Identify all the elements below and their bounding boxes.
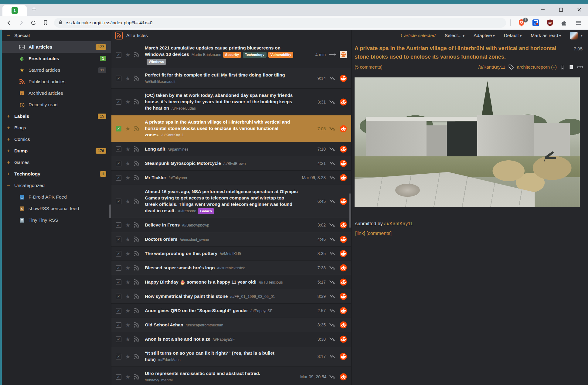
sidebar-category-dump[interactable]: Dump 176 xyxy=(2,145,111,157)
row-star-icon[interactable] xyxy=(124,293,131,300)
row-checkbox[interactable] xyxy=(116,52,121,58)
feed-link[interactable]: architectureporn (+) xyxy=(517,64,557,70)
row-publish-icon[interactable] xyxy=(134,126,139,131)
row-author[interactable]: /u/surenickissick xyxy=(217,266,245,270)
sidebar-category-blogs[interactable]: Blogs xyxy=(2,122,111,134)
row-checkbox[interactable] xyxy=(116,161,121,166)
row-title[interactable]: Ulro represents narcissistic cold and ab… xyxy=(145,371,260,376)
sidebar-section-special[interactable]: Special xyxy=(2,30,111,41)
note-icon[interactable] xyxy=(568,64,574,70)
minimize-button[interactable] xyxy=(539,6,546,13)
row-author[interactable]: /u/KantKay11 xyxy=(161,133,184,137)
article-links[interactable]: [link] [comments] xyxy=(355,231,584,236)
row-publish-icon[interactable] xyxy=(134,52,139,58)
row-publish-icon[interactable] xyxy=(134,322,139,328)
row-star-icon[interactable] xyxy=(124,279,131,286)
article-row[interactable]: March 2021 cumulative updates cause prin… xyxy=(111,41,351,68)
row-checkbox[interactable] xyxy=(116,237,121,242)
article-row[interactable]: Old School 4chan/u/escapefromthechan 3:3… xyxy=(111,318,351,332)
article-row[interactable]: The waterproofing on this pottery/u/Meta… xyxy=(111,247,351,261)
forward-button[interactable] xyxy=(15,17,27,28)
sidebar-item-archived-articles[interactable]: Archived articles xyxy=(2,87,111,99)
article-tag[interactable]: Windows xyxy=(147,59,166,65)
ublock-icon[interactable]: uO xyxy=(546,19,554,27)
row-author[interactable]: /u/TUTelicious xyxy=(259,280,283,284)
expand-icon[interactable] xyxy=(5,159,12,165)
row-star-icon[interactable] xyxy=(124,373,131,380)
row-publish-icon[interactable] xyxy=(134,199,139,204)
url-bar[interactable]: rss.fakecake.org/tt-rss/index.php#f=-4&c… xyxy=(54,18,506,28)
row-publish-icon[interactable] xyxy=(134,222,139,228)
article-tag[interactable]: Security xyxy=(223,52,241,58)
article-row[interactable]: How symmetrical they paint this stone/u/… xyxy=(111,289,351,304)
row-title[interactable]: Blessed super smash bro's logo xyxy=(145,265,215,270)
sidebar-feed-ttrss[interactable]: Tiny Tiny RSS xyxy=(2,214,111,226)
sidebar-category-games[interactable]: Games xyxy=(2,157,111,168)
article-tag[interactable]: Technology xyxy=(243,52,267,58)
row-checkbox[interactable] xyxy=(116,294,121,299)
article-row[interactable]: “It still turns on so you can fix it rig… xyxy=(111,346,351,367)
submitted-user-link[interactable]: /u/KantKay11 xyxy=(384,221,413,226)
row-author[interactable]: /u/Gothlikeanadult xyxy=(145,79,298,85)
expand-icon[interactable] xyxy=(5,113,12,119)
row-checkbox[interactable] xyxy=(116,279,121,285)
row-star-icon[interactable] xyxy=(124,250,131,257)
row-title[interactable]: Anon gives QRD on the “SuperStraight” ge… xyxy=(145,308,248,313)
article-row[interactable]: Steampunk Gyroscopic Motorcycle/u/BlvdBr… xyxy=(111,156,351,171)
link-icon[interactable] xyxy=(577,64,583,70)
row-publish-icon[interactable] xyxy=(134,336,139,342)
bookmark-icon[interactable] xyxy=(39,17,52,28)
row-publish-icon[interactable] xyxy=(134,99,139,105)
article-row[interactable]: Perfect fit for this complex tile cut! M… xyxy=(111,68,351,89)
row-star-icon[interactable] xyxy=(124,125,131,132)
sidebar-category-labels[interactable]: Labels 15 xyxy=(2,111,111,122)
row-title[interactable]: Long adit xyxy=(145,146,165,152)
row-title[interactable]: The waterproofing on this pottery xyxy=(145,251,217,256)
row-author[interactable]: /u/RebelJudas xyxy=(172,106,196,111)
expand-icon[interactable] xyxy=(5,148,12,154)
row-author[interactable]: /u/PapayaSF xyxy=(250,309,272,313)
row-title[interactable]: Anon is not a she and not a ze xyxy=(145,336,210,342)
collapse-icon[interactable] xyxy=(5,182,12,189)
row-author[interactable]: /u/BlvdBrown xyxy=(223,162,246,166)
row-title[interactable]: Happy Birthday 🎂 someone is a happy 11 y… xyxy=(145,279,257,284)
expand-icon[interactable] xyxy=(5,136,12,142)
row-checkbox[interactable] xyxy=(116,374,121,380)
row-author[interactable]: Martin Brinkmann xyxy=(192,53,221,57)
row-author[interactable]: /u/EdanMaus xyxy=(158,358,181,362)
expand-icon[interactable] xyxy=(5,171,12,177)
article-row[interactable]: Ulro represents narcissistic cold and ab… xyxy=(111,367,351,385)
article-row[interactable]: (OC) taken by me at work today, abandone… xyxy=(111,89,351,115)
row-star-icon[interactable] xyxy=(124,146,131,153)
article-author-link[interactable]: /u/KantKay11 xyxy=(478,64,505,70)
row-star-icon[interactable] xyxy=(124,307,131,314)
row-title[interactable]: Believe in Frens xyxy=(145,222,180,227)
browser-tab[interactable]: 1 xyxy=(2,5,27,16)
row-author[interactable]: /u/MetalKid9 xyxy=(220,252,241,256)
row-publish-icon[interactable] xyxy=(134,146,139,152)
row-publish-icon[interactable] xyxy=(134,279,139,285)
article-row[interactable]: Long adit/u/panmines 7:10 xyxy=(111,142,351,156)
sidebar-category-comics[interactable]: Comics xyxy=(2,134,111,145)
row-publish-icon[interactable] xyxy=(134,265,139,271)
sidebar-item-all-articles[interactable]: All articles 177 xyxy=(2,41,111,53)
article-tag[interactable]: Vulnerability xyxy=(268,52,294,58)
sidebar-category-technology[interactable]: Technology 1 xyxy=(2,168,111,180)
sidebar-category-uncategorized[interactable]: Uncategorized xyxy=(2,180,111,191)
row-star-icon[interactable] xyxy=(124,353,131,360)
brave-shield-icon[interactable]: 7 xyxy=(518,19,525,27)
row-checkbox[interactable] xyxy=(116,336,121,342)
maximize-button[interactable] xyxy=(558,6,564,13)
row-checkbox[interactable] xyxy=(116,76,121,81)
row-title[interactable]: Mr Tickler xyxy=(145,175,166,180)
bitwarden-icon[interactable] xyxy=(532,19,540,27)
browser-menu-icon[interactable] xyxy=(575,19,583,27)
row-checkbox[interactable] xyxy=(116,146,121,152)
close-button[interactable] xyxy=(576,6,583,13)
row-star-icon[interactable] xyxy=(124,336,131,343)
reload-button[interactable] xyxy=(27,17,39,28)
new-tab-button[interactable] xyxy=(31,6,37,13)
row-author[interactable]: /u/Babowpbowp xyxy=(182,223,209,227)
sidebar-item-recently-read[interactable]: Recently read xyxy=(2,99,111,111)
row-checkbox[interactable] xyxy=(116,222,121,228)
